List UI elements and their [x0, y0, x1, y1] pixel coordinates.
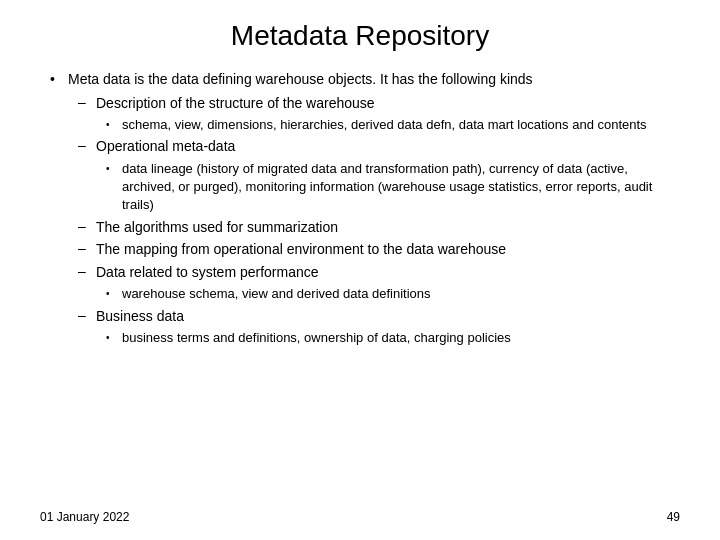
dot-marker-2-1: • — [106, 163, 122, 174]
dot-marker-6-1: • — [106, 332, 122, 343]
dash-marker-6: – — [78, 307, 96, 323]
dash-item-6: – Business data — [78, 307, 680, 327]
dash-text-4: The mapping from operational environment… — [96, 240, 506, 260]
dash-marker-3: – — [78, 218, 96, 234]
dash-text-1: Description of the structure of the ware… — [96, 94, 375, 114]
dot-item-5-1: • warehouse schema, view and derived dat… — [106, 285, 680, 303]
dash-text-2: Operational meta-data — [96, 137, 235, 157]
dot-item-6-1: • business terms and definitions, owners… — [106, 329, 680, 347]
dash-item-4: – The mapping from operational environme… — [78, 240, 680, 260]
dot-text-5-1: warehouse schema, view and derived data … — [122, 285, 431, 303]
footer-date: 01 January 2022 — [40, 510, 129, 524]
dash-marker-4: – — [78, 240, 96, 256]
bullet-text-1: Meta data is the data defining warehouse… — [68, 70, 533, 90]
dash-item-5: – Data related to system performance — [78, 263, 680, 283]
dash-text-5: Data related to system performance — [96, 263, 319, 283]
dot-text-2-1: data lineage (history of migrated data a… — [122, 160, 680, 215]
slide-footer: 01 January 2022 49 — [40, 510, 680, 524]
content-area: • Meta data is the data defining warehou… — [40, 70, 680, 347]
dash-marker-1: – — [78, 94, 96, 110]
dot-text-6-1: business terms and definitions, ownershi… — [122, 329, 511, 347]
dot-text-1-1: schema, view, dimensions, hierarchies, d… — [122, 116, 647, 134]
bullet-item-1: • Meta data is the data defining warehou… — [50, 70, 680, 90]
dash-item-1: – Description of the structure of the wa… — [78, 94, 680, 114]
dash-text-3: The algorithms used for summarization — [96, 218, 338, 238]
dot-marker-1-1: • — [106, 119, 122, 130]
dot-item-2-1: • data lineage (history of migrated data… — [106, 160, 680, 215]
slide: Metadata Repository • Meta data is the d… — [0, 0, 720, 540]
slide-title: Metadata Repository — [40, 20, 680, 52]
bullet-marker-1: • — [50, 71, 68, 87]
dot-item-1-1: • schema, view, dimensions, hierarchies,… — [106, 116, 680, 134]
footer-page: 49 — [667, 510, 680, 524]
dot-marker-5-1: • — [106, 288, 122, 299]
dash-item-2: – Operational meta-data — [78, 137, 680, 157]
dash-marker-5: – — [78, 263, 96, 279]
dash-marker-2: – — [78, 137, 96, 153]
dash-text-6: Business data — [96, 307, 184, 327]
dash-item-3: – The algorithms used for summarization — [78, 218, 680, 238]
